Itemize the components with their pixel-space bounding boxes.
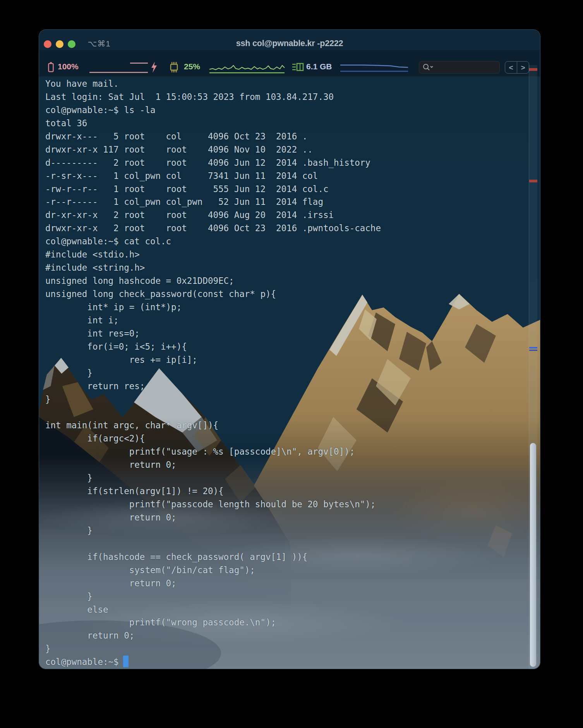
terminal-line: if(strlen(argv[1]) != 20){ xyxy=(45,485,525,498)
memory-amount: 6.1 GB xyxy=(306,62,332,71)
status-toolbar: 100% 25% xyxy=(39,50,540,76)
memory-chip-icon xyxy=(292,63,304,72)
battery-percent: 100% xyxy=(58,62,79,71)
magnifier-icon xyxy=(422,63,434,72)
terminal-line: -r--r----- 1 col_pwn col_pwn 52 Jun 11 2… xyxy=(45,196,525,209)
previous-match-button[interactable]: < xyxy=(505,62,517,73)
search-input[interactable] xyxy=(434,64,497,71)
terminal-line: col@pwnable:~$ cat col.c xyxy=(45,235,525,248)
terminal-line: } xyxy=(45,590,525,603)
terminal-line: if(hashcode == check_password( argv[1] )… xyxy=(45,551,525,564)
terminal-line: return res; xyxy=(45,380,525,393)
terminal-line: } xyxy=(45,472,525,485)
terminal-line: drwxr-x--- 5 root col 4096 Oct 23 2016 . xyxy=(45,130,525,143)
terminal-cursor[interactable] xyxy=(123,656,129,667)
terminal-line: } xyxy=(45,642,525,656)
terminal-line: #include <stdio.h> xyxy=(45,248,525,261)
terminal-line: return 0; xyxy=(45,629,525,642)
cpu-percent: 25% xyxy=(184,62,200,71)
terminal-line xyxy=(45,406,525,419)
cpu-usage-sparkline xyxy=(209,61,285,74)
cpu-chip-icon xyxy=(168,62,180,72)
terminal-line: -r-sr-x--- 1 col_pwn col 7341 Jun 11 201… xyxy=(45,170,525,183)
terminal-line: You have mail. xyxy=(45,77,525,91)
terminal-line: return 0; xyxy=(45,511,525,524)
scrollbar-mark-blue xyxy=(529,350,537,351)
terminal-line: if(argc<2){ xyxy=(45,432,525,445)
terminal-line: else xyxy=(45,603,525,616)
terminal-line: unsigned long hashcode = 0x21DD09EC; xyxy=(45,275,525,288)
terminal-line: return 0; xyxy=(45,458,525,472)
terminal-line: for(i=0; i<5; i++){ xyxy=(45,340,525,354)
title-bar[interactable]: ⌥⌘1 ssh col@pwnable.kr -p2222 xyxy=(39,30,540,50)
battery-history-sparkline xyxy=(89,61,149,74)
search-nav-buttons: < > xyxy=(505,61,529,74)
scrollbar-mark-blue xyxy=(529,347,537,349)
terminal-line: int* ip = (int*)p; xyxy=(45,301,525,314)
terminal-line: int res=0; xyxy=(45,327,525,340)
terminal-line: -rw-r--r-- 1 root root 555 Jun 12 2014 c… xyxy=(45,183,525,196)
terminal-line: return 0; xyxy=(45,577,525,590)
terminal-line: col@pwnable:~$ ls -la xyxy=(45,104,525,117)
terminal-line: printf("wrong passcode.\n"); xyxy=(45,616,525,629)
desktop: You have mail.Last login: Sat Jul 1 15:0… xyxy=(0,0,583,728)
window-title: ssh col@pwnable.kr -p2222 xyxy=(39,39,540,48)
terminal-line: } xyxy=(45,393,525,406)
terminal-line: int main(int argc, char* argv[]){ xyxy=(45,419,525,432)
terminal-line: drwxr-xr-x 117 root root 4096 Nov 10 202… xyxy=(45,143,525,156)
terminal-line: Last login: Sat Jul 1 15:00:53 2023 from… xyxy=(45,91,525,104)
search-field[interactable] xyxy=(419,61,500,74)
terminal-line: col@pwnable:~$ xyxy=(45,656,525,669)
terminal-line xyxy=(45,537,525,551)
terminal-line: } xyxy=(45,367,525,380)
terminal-line: } xyxy=(45,524,525,537)
scrollbar-mark-red xyxy=(529,180,537,182)
terminal-line: drwxr-xr-x 2 root root 4096 Oct 23 2016 … xyxy=(45,222,525,235)
battery-icon xyxy=(48,62,55,73)
terminal-output: You have mail.Last login: Sat Jul 1 15:0… xyxy=(45,77,525,669)
scrollbar-thumb[interactable] xyxy=(530,443,536,667)
terminal-line: printf("usage : %s [passcode]\n", argv[0… xyxy=(45,445,525,458)
next-match-button[interactable]: > xyxy=(517,62,529,73)
lightning-bolt-icon xyxy=(151,62,158,73)
terminal-line: total 36 xyxy=(45,117,525,130)
scrollbar-track[interactable] xyxy=(529,65,537,669)
terminal-window: You have mail.Last login: Sat Jul 1 15:0… xyxy=(39,29,540,669)
terminal-line: res += ip[i]; xyxy=(45,354,525,367)
terminal-line: dr-xr-xr-x 2 root root 4096 Aug 20 2014 … xyxy=(45,209,525,222)
terminal-line: unsigned long check_password(const char*… xyxy=(45,288,525,301)
terminal-line: system("/bin/cat flag"); xyxy=(45,564,525,577)
terminal-line: int i; xyxy=(45,314,525,327)
terminal-line: printf("passcode length should be 20 byt… xyxy=(45,498,525,511)
scrollbar-mark-red xyxy=(529,68,537,71)
memory-usage-sparkline xyxy=(340,61,408,74)
terminal-line: d--------- 2 root root 4096 Jun 12 2014 … xyxy=(45,156,525,170)
terminal-line: #include <string.h> xyxy=(45,261,525,275)
